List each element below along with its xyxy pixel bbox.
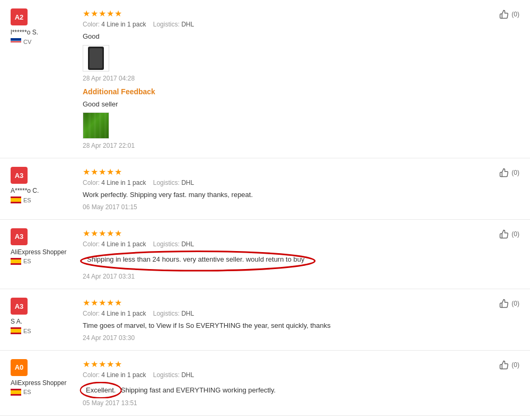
reviewer-name: AliExpress Shopper [11,248,66,256]
reviewer-name: A*****o C. [11,187,39,194]
like-button[interactable]: (0) [499,10,519,19]
star-3: ★ [99,8,106,19]
thumbs-up-icon [499,299,509,308]
country-code: ES [23,197,31,203]
flag-icon [11,389,21,396]
stars: ★ ★ ★ ★ ★ [83,298,122,308]
like-button[interactable]: (0) [499,360,519,370]
like-col: (0) [488,8,519,19]
like-count: (0) [511,361,519,369]
star-1: ★ [83,228,90,238]
reviewer-col: A2 l******o S. CV [11,8,74,45]
like-button[interactable]: (0) [499,168,519,177]
review-date: 24 Apr 2017 03:31 [83,273,479,280]
stars-row: ★ ★ ★ ★ ★ [83,359,479,369]
logistics-value: DHL [181,240,194,248]
stars: ★ ★ ★ ★ ★ [83,359,122,369]
review-text: Shipping in less than 24 hours. very att… [87,254,304,265]
like-col: (0) [488,298,519,308]
review-item: A3 AliExpress Shopper ES ★ ★ ★ ★ ★ Color… [0,220,530,290]
color-value: 4 Line in 1 pack [101,179,146,186]
country-code: ES [23,389,31,395]
review-item: A2 l******o S. CV ★ ★ ★ ★ ★ Color: 4 Lin… [0,0,530,158]
additional-feedback-label: Additional Feedback [83,87,479,96]
color-label: Color: [83,240,100,248]
star-4: ★ [107,228,114,238]
reviewer-col: A3 AliExpress Shopper ES [11,228,74,265]
like-count: (0) [511,11,519,18]
circled-text-container: Shipping in less than 24 hours. very att… [83,251,313,271]
color-value: 4 Line in 1 pack [101,240,146,248]
star-1: ★ [83,8,90,19]
reviewer-col: A3 A*****o C. ES [11,167,74,203]
review-meta: Color: 4 Line in 1 pack Logistics: DHL [83,310,479,317]
star-1: ★ [83,359,90,369]
stars-row: ★ ★ ★ ★ ★ [83,228,479,238]
reviews-container: A2 l******o S. CV ★ ★ ★ ★ ★ Color: 4 Lin… [0,0,530,416]
like-col: (0) [488,359,519,370]
like-button[interactable]: (0) [499,299,519,308]
review-item: A3 S A. ES ★ ★ ★ ★ ★ Color: 4 Line in 1 … [0,289,530,351]
like-button[interactable]: (0) [499,229,519,239]
stars: ★ ★ ★ ★ ★ [83,167,122,177]
country-code: ES [23,258,31,264]
country-flag: ES [11,258,31,265]
star-4: ★ [107,167,114,177]
additional-date: 28 Apr 2017 22:01 [83,142,479,149]
thumbs-up-icon [499,10,509,19]
stars: ★ ★ ★ ★ ★ [83,228,122,238]
star-half: ★ [114,8,122,19]
color-value: 4 Line in 1 pack [101,310,146,317]
logistics-label: Logistics: [153,371,180,379]
star-2: ★ [91,167,98,177]
star-half: ★ [114,359,122,369]
review-date: 24 Apr 2017 03:30 [83,334,479,342]
star-3: ★ [99,359,106,369]
star-3: ★ [99,167,106,177]
reviewer-col: A3 S A. ES [11,298,74,334]
reviewer-name: AliExpress Shopper [11,379,66,387]
star-1: ★ [83,167,90,177]
stars: ★ ★ ★ ★ ★ [83,8,122,19]
review-date: 06 May 2017 01:15 [83,203,479,211]
review-content: ★ ★ ★ ★ ★ Color: 4 Line in 1 pack Logist… [74,298,488,342]
thumb-phone-img [88,47,104,70]
thumbs-up-icon [499,168,509,177]
star-2: ★ [91,8,98,19]
avatar: A3 [11,228,28,245]
circle-highlight-word [80,382,122,399]
logistics-value: DHL [181,371,194,379]
star-half: ★ [114,167,122,177]
flag-icon [11,196,21,203]
circled-word: Excellent. [83,384,119,397]
review-text-rest: Shipping fast and EVERYTHING working per… [121,386,276,394]
star-1: ★ [83,298,90,308]
flag-icon [11,258,21,265]
like-count: (0) [511,169,519,176]
star-half: ★ [114,228,122,238]
logistics-label: Logistics: [153,240,180,248]
star-half: ★ [114,298,122,308]
star-4: ★ [107,298,114,308]
like-col: (0) [488,228,519,239]
review-text: Work perfectly. Shipping very fast. many… [83,190,479,200]
review-content: ★ ★ ★ ★ ★ Color: 4 Line in 1 pack Logist… [74,8,488,149]
star-3: ★ [99,228,106,238]
logistics-value: DHL [181,310,194,317]
like-col: (0) [488,167,519,177]
additional-text: Good seller [83,99,479,110]
svg-point-1 [81,382,121,398]
logistics-label: Logistics: [153,179,180,186]
review-item: A0 AliExpress Shopper ES ★ ★ ★ ★ ★ Color… [0,351,530,416]
stars-row: ★ ★ ★ ★ ★ [83,8,479,19]
review-meta: Color: 4 Line in 1 pack Logistics: DHL [83,21,479,28]
star-2: ★ [91,359,98,369]
country-flag: ES [11,327,31,334]
flag-icon [11,38,21,45]
review-meta: Color: 4 Line in 1 pack Logistics: DHL [83,240,479,248]
logistics-label: Logistics: [153,310,180,317]
review-date: 28 Apr 2017 04:28 [83,75,479,82]
logistics-value: DHL [181,179,194,186]
like-count: (0) [511,300,519,307]
color-label: Color: [83,371,100,379]
